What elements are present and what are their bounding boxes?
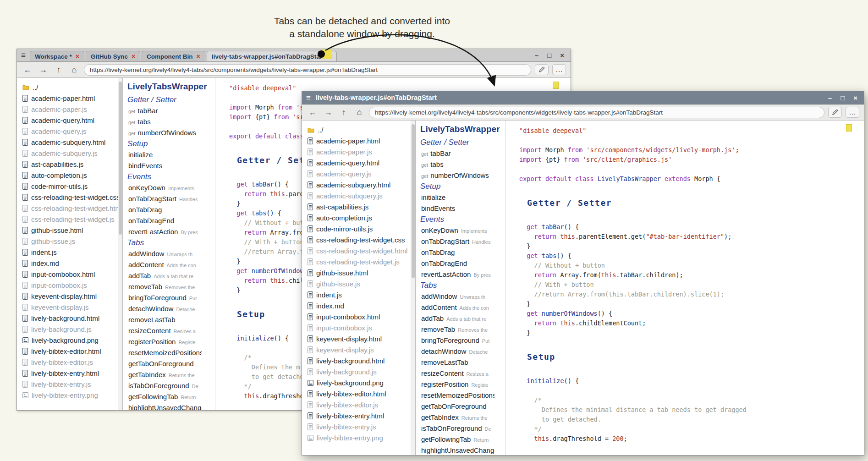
file-list-scrollbar[interactable]	[411, 121, 415, 455]
file-item[interactable]: academic-query.html	[17, 115, 122, 126]
outline-item[interactable]: initialize	[127, 149, 202, 160]
outline-item[interactable]: removeTabRemoves the	[420, 324, 494, 335]
file-item[interactable]: lively-background.html	[302, 355, 415, 366]
file-item[interactable]: keyevent-display.js	[17, 302, 122, 313]
file-item[interactable]: index.md	[17, 258, 122, 269]
outline-item[interactable]: onKeyDownImplements	[127, 182, 202, 193]
outline-item[interactable]: resizeContentResizes a	[420, 368, 494, 379]
outline-item[interactable]: bindEvents	[127, 160, 202, 171]
file-item[interactable]: code-mirror-utils.js	[302, 223, 415, 234]
back-button[interactable]: ←	[22, 64, 33, 76]
outline-item[interactable]: revertLastActionBy pres	[420, 269, 494, 280]
file-item[interactable]: academic-paper.js	[302, 146, 415, 157]
file-item[interactable]: keyevent-display.html	[17, 291, 122, 302]
outline-item[interactable]: registerPositionRegiste	[420, 379, 494, 390]
file-item[interactable]: lively-bibtex-entry.html	[17, 368, 122, 379]
outline-item[interactable]: getFollowingTabReturn	[127, 391, 202, 402]
file-item[interactable]: input-combobox.js	[302, 322, 415, 333]
forward-button[interactable]: →	[37, 64, 49, 76]
file-item[interactable]: academic-paper.js	[17, 104, 122, 115]
scrollbar-thumb[interactable]	[119, 82, 122, 235]
file-item[interactable]: lively-bibtex-editor.html	[17, 346, 122, 357]
url-input[interactable]	[84, 64, 531, 76]
outline-item[interactable]: getFollowingTabReturn	[420, 434, 494, 445]
file-item[interactable]: academic-subquery.html	[302, 179, 415, 190]
outline-item[interactable]: revertLastActionBy pres	[127, 226, 202, 237]
back-button[interactable]: ←	[307, 106, 319, 118]
file-item[interactable]: ../	[302, 124, 415, 135]
home-button[interactable]: ⌂	[353, 106, 365, 118]
file-item[interactable]: css-reloading-test-widget.js	[17, 214, 122, 225]
file-item[interactable]: academic-query.js	[17, 126, 122, 137]
menu-icon[interactable]: ≡	[17, 51, 30, 59]
outline-item[interactable]: addTabAdds a tab that re	[420, 313, 494, 324]
outline-item[interactable]: resetMemoizedPositions	[420, 390, 494, 401]
file-item[interactable]: lively-background.html	[17, 313, 122, 324]
outline-item[interactable]: detachWindowDetache	[420, 346, 494, 357]
file-item[interactable]: input-combobox.js	[17, 280, 122, 291]
file-item[interactable]: ast-capabilities.js	[17, 159, 122, 170]
file-item[interactable]: lively-background.png	[302, 377, 415, 388]
outline-section[interactable]: Tabs	[420, 280, 494, 291]
file-item[interactable]: github-issue.html	[17, 225, 122, 236]
edit-url-button[interactable]	[828, 107, 842, 118]
edit-url-button[interactable]	[535, 64, 549, 75]
file-item[interactable]: lively-bibtex-entry.png	[17, 390, 122, 401]
file-item[interactable]: academic-subquery.js	[302, 190, 415, 201]
url-input[interactable]	[369, 107, 824, 118]
file-item[interactable]: code-mirror-utils.js	[17, 181, 122, 192]
file-item[interactable]: lively-background.js	[302, 366, 415, 377]
file-item[interactable]: academic-query.js	[302, 168, 415, 179]
file-item[interactable]: academic-subquery.html	[17, 137, 122, 148]
file-item[interactable]: lively-background.js	[17, 324, 122, 335]
file-item[interactable]: academic-paper.html	[302, 135, 415, 146]
file-item[interactable]: css-reloading-test-widget.html	[17, 203, 122, 214]
outline-item[interactable]: addContentAdds the con	[127, 259, 202, 270]
file-item[interactable]: academic-query.html	[302, 157, 415, 168]
tab-close-icon[interactable]: ×	[328, 53, 332, 60]
annotation-marker[interactable]	[553, 82, 559, 89]
outline-item[interactable]: highlightUnsavedChanges	[420, 445, 494, 455]
outline-item[interactable]: resetMemoizedPositions	[127, 347, 202, 358]
file-list-scrollbar[interactable]	[118, 78, 122, 410]
outline-item[interactable]: isTabOnForegroundDe	[127, 380, 202, 391]
outline-item[interactable]: bindEvents	[420, 203, 494, 214]
file-item[interactable]: lively-bibtex-editor.js	[302, 399, 415, 410]
forward-button[interactable]: →	[322, 106, 334, 118]
file-item[interactable]: ../	[17, 82, 122, 93]
outline-item[interactable]: removeLastTab	[127, 314, 202, 325]
up-button[interactable]: ↑	[338, 106, 350, 118]
outline-item[interactable]: getTabIndexReturns the	[420, 412, 494, 423]
code-editor-pane[interactable]: "disable deepeval" import Morph from 'sr…	[505, 121, 864, 455]
close-button[interactable]: ×	[853, 94, 857, 101]
file-item[interactable]: indent.js	[17, 247, 122, 258]
file-item[interactable]: lively-bibtex-editor.html	[302, 388, 415, 399]
tab-close-icon[interactable]: ×	[132, 53, 135, 60]
outline-item[interactable]: initialize	[420, 192, 494, 203]
file-item[interactable]: css-reloading-test-widget.js	[302, 256, 415, 267]
file-item[interactable]: github-issue.js	[302, 278, 415, 289]
outline-item[interactable]: onTabDragStartHandles	[127, 193, 202, 204]
outline-item[interactable]: addContentAdds the con	[420, 302, 494, 313]
file-item[interactable]: keyevent-display.html	[302, 333, 415, 344]
outline-item[interactable]: onTabDragEnd	[127, 215, 202, 226]
outline-item[interactable]: isTabOnForegroundDe	[420, 423, 494, 434]
file-item[interactable]: keyevent-display.js	[302, 344, 415, 355]
home-button[interactable]: ⌂	[68, 64, 80, 76]
file-item[interactable]: css-reloading-test-widget.css	[17, 192, 122, 203]
outline-item[interactable]: onTabDrag	[127, 204, 202, 215]
outline-item[interactable]: onTabDragEnd	[420, 258, 494, 269]
tab-github-sync[interactable]: GitHub Sync ×	[86, 51, 140, 61]
file-item[interactable]: auto-completion.js	[302, 212, 415, 223]
file-item[interactable]: academic-paper.html	[17, 93, 122, 104]
maximize-button[interactable]: □	[547, 52, 551, 59]
outline-item[interactable]: getnumberOfWindows	[127, 127, 202, 138]
titlebar[interactable]: ≡ Workspace * × GitHub Sync × Component …	[17, 49, 571, 62]
tab-close-icon[interactable]: ×	[76, 53, 79, 60]
file-item[interactable]: auto-completion.js	[17, 170, 122, 181]
outline-item[interactable]: gettabs	[127, 116, 202, 127]
more-options-button[interactable]: …	[846, 107, 859, 118]
file-item[interactable]: github-issue.html	[302, 267, 415, 278]
outline-section[interactable]: Setup	[420, 181, 494, 192]
file-item[interactable]: academic-subquery.js	[17, 148, 122, 159]
